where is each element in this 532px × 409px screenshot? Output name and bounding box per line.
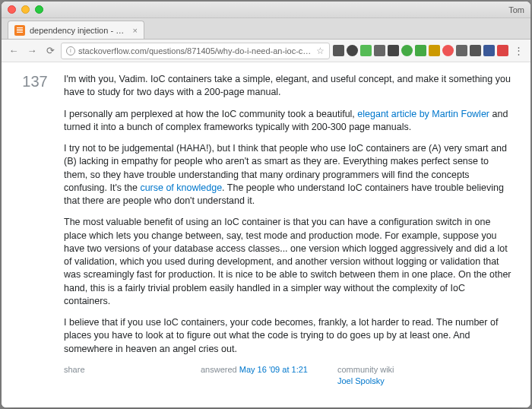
- paragraph: The most valuable benefit of using an Io…: [64, 216, 514, 308]
- extension-icon[interactable]: [429, 45, 440, 56]
- reload-button[interactable]: ⟳: [43, 43, 58, 59]
- extension-icon[interactable]: [347, 45, 358, 56]
- paragraph: I personally am perplexed at how the IoC…: [64, 108, 514, 135]
- window-controls: [8, 5, 43, 14]
- extension-icon[interactable]: [388, 45, 399, 56]
- address-bar: ← → ⟳ i stackoverflow.com/questions/8714…: [2, 40, 530, 62]
- close-tab-icon[interactable]: ×: [133, 26, 138, 35]
- extension-icon[interactable]: [442, 45, 454, 56]
- back-button[interactable]: ←: [6, 43, 21, 59]
- extension-icon[interactable]: [333, 45, 344, 56]
- community-wiki-label: community wiki: [337, 364, 444, 376]
- forward-button[interactable]: →: [24, 43, 40, 59]
- site-info-icon[interactable]: i: [66, 46, 75, 55]
- answered-info: answered May 16 '09 at 1:21: [201, 364, 337, 387]
- answer-body: I'm with you, Vadim. IoC containers take…: [64, 73, 514, 387]
- extension-icon[interactable]: [456, 45, 467, 56]
- url-text: stackoverflow.com/questions/871405/why-d…: [78, 46, 313, 55]
- answer: 137 I'm with you, Vadim. IoC containers …: [18, 73, 514, 387]
- titlebar: Tom: [2, 2, 530, 18]
- browser-window: Tom dependency injection - Why d × ← → ⟳…: [2, 2, 530, 407]
- tab-bar: dependency injection - Why d ×: [2, 18, 530, 40]
- extension-icon[interactable]: [497, 45, 508, 56]
- maximize-window-button[interactable]: [35, 5, 43, 14]
- browser-tab[interactable]: dependency injection - Why d ×: [8, 21, 144, 39]
- minimize-window-button[interactable]: [21, 5, 30, 14]
- link-curse-of-knowledge[interactable]: curse of knowledge: [140, 182, 222, 193]
- paragraph: I try not to be judgemental (HAHA!), but…: [64, 142, 514, 208]
- profile-name[interactable]: Tom: [508, 5, 524, 14]
- menu-button[interactable]: ⋮: [511, 43, 526, 59]
- vote-column: 137: [18, 73, 52, 387]
- page-content: 137 I'm with you, Vadim. IoC containers …: [2, 62, 530, 407]
- url-input[interactable]: i stackoverflow.com/questions/871405/why…: [61, 43, 330, 59]
- extension-icon[interactable]: [401, 45, 413, 56]
- share-link[interactable]: share: [64, 364, 201, 387]
- paragraph: I'm with you, Vadim. IoC containers take…: [64, 73, 514, 100]
- answered-time-link[interactable]: May 16 '09 at 1:21: [239, 365, 308, 374]
- vote-count: 137: [18, 73, 52, 90]
- answered-label: answered: [201, 365, 239, 374]
- close-window-button[interactable]: [8, 5, 16, 14]
- extensions-tray: ⋮: [333, 43, 526, 59]
- extension-icon[interactable]: [415, 45, 426, 56]
- author-link[interactable]: Joel Spolsky: [337, 376, 385, 385]
- link-fowler-article[interactable]: elegant article by Martin Fowler: [357, 109, 489, 119]
- extension-icon[interactable]: [470, 45, 481, 56]
- wiki-info: community wiki Joel Spolsky: [337, 364, 444, 387]
- bookmark-icon[interactable]: ☆: [316, 46, 325, 56]
- post-meta: share answered May 16 '09 at 1:21 commun…: [64, 364, 514, 387]
- paragraph: I believe that if you use IoC containers…: [64, 316, 514, 356]
- extension-icon[interactable]: [374, 45, 385, 56]
- text: I personally am perplexed at how the IoC…: [64, 109, 357, 119]
- extension-icon[interactable]: [360, 45, 372, 56]
- extension-icon[interactable]: [483, 45, 495, 56]
- tab-title: dependency injection - Why d: [30, 26, 128, 35]
- stackoverflow-icon: [14, 25, 25, 36]
